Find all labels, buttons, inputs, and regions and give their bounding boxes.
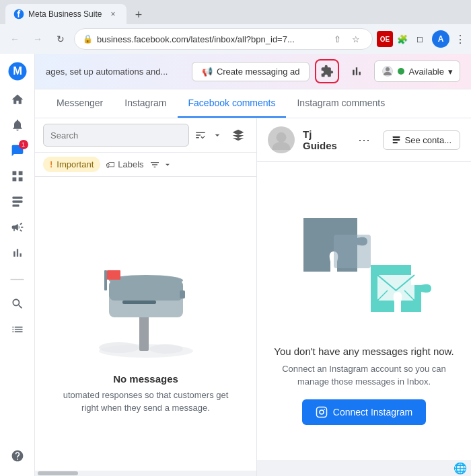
sidebar-item-ads[interactable] [5,215,30,239]
active-tab[interactable]: Meta Business Suite × [5,4,126,24]
meta-logo[interactable]: M [5,59,30,83]
sidebar-item-grid[interactable] [5,164,30,188]
tab-messenger[interactable]: Messenger [46,89,114,118]
extension-icons: OE 🧩 □ [377,31,428,47]
horizontal-scrollbar[interactable] [35,471,256,476]
sidebar-item-notifications[interactable] [5,113,30,137]
svg-rect-13 [122,301,156,304]
connect-instagram-desc: Connect an Instagram account so you can … [270,362,458,389]
tab-facebook-comments[interactable]: Facebook comments [178,89,287,118]
available-label: Available [408,67,444,77]
nav-bar: ← → ↻ 🔒 business.facebook.com/latest/inb… [0,24,471,54]
avatar [268,126,295,153]
bottom-status-bar: 🌐 [257,460,471,476]
see-contact-button[interactable]: See conta... [383,130,460,150]
label-icon: 🏷 [106,159,115,170]
megaphone-icon: 📢 [202,67,213,77]
filter-labels[interactable]: 🏷 Labels [106,159,143,170]
scroll-thumb[interactable] [38,471,78,475]
svg-rect-22 [392,139,400,141]
svg-rect-23 [392,142,397,143]
bookmark-icon[interactable]: ☆ [348,31,364,47]
sidebar-item-home[interactable] [5,87,30,112]
outlook-extension-icon[interactable]: OE [377,31,393,47]
more-options-button[interactable]: ⋯ [353,129,375,151]
create-messaging-ad-button[interactable]: 📢 Create messaging ad [192,62,310,81]
sidebar-item-list[interactable] [5,317,30,342]
browser-chrome: Meta Business Suite × + ← → ↻ 🔒 business… [0,0,471,54]
sort-button[interactable] [194,129,207,141]
empty-desc-line1: utomated responses so that customers get [63,390,229,400]
address-bar[interactable]: 🔒 business.facebook.com/latest/inbox/all… [74,28,373,50]
tab-title: Meta Business Suite [28,9,104,19]
mailbox-illustration [79,233,213,368]
svg-point-28 [324,408,325,409]
top-bar: ages, set up automations and... 📢 Create… [35,54,471,89]
available-chevron-icon: ▾ [448,67,453,77]
app-container: M 1 — [0,54,471,476]
sidebar-item-analytics[interactable] [5,241,30,265]
no-messages-right-title: You don't have any messages right now. [274,346,454,357]
sidebar: M 1 — [0,54,35,476]
right-content: You don't have any messages right now. C… [257,162,471,460]
sidebar-divider: — [5,266,30,290]
svg-rect-5 [12,204,19,206]
share-icon[interactable]: ⇧ [329,31,345,47]
connect-instagram-button[interactable]: Connect Instagram [302,399,426,425]
bar-chart-icon-button[interactable] [345,59,369,83]
content-area: ! Important 🏷 Labels [35,118,471,476]
svg-rect-14 [180,290,185,299]
svg-rect-21 [392,136,400,138]
svg-point-7 [386,67,390,71]
sidebar-item-help[interactable] [5,444,30,468]
svg-point-20 [273,142,291,150]
profile-button[interactable]: A [432,30,449,48]
puzzle-icon-button[interactable] [315,59,339,83]
filter-important[interactable]: ! Important [43,157,100,172]
messages-badge: 1 [19,140,28,149]
main-area: ages, set up automations and... 📢 Create… [35,54,471,476]
search-input[interactable] [43,124,189,147]
puzzle-illustration [277,198,451,332]
svg-point-27 [320,410,324,414]
layers-filter-icon[interactable] [228,125,248,145]
see-contact-label: See conta... [405,135,451,145]
tab-instagram-comments[interactable]: Instagram comments [286,89,396,118]
availability-button[interactable]: Available ▾ [374,61,460,82]
sidebar-item-content[interactable] [5,190,30,214]
available-status-dot [398,68,404,75]
inbox-tab-nav: Messenger Instagram Facebook comments In… [35,89,471,118]
reload-button[interactable]: ↻ [51,30,70,48]
no-messages-desc: utomated responses so that customers get… [63,389,229,415]
sidebar-item-messages[interactable]: 1 [5,138,30,163]
globe-icon: 🌐 [454,462,467,475]
filter-important-label: Important [57,159,94,169]
svg-rect-3 [12,197,22,199]
empty-state: No messages utomated responses so that c… [35,177,256,471]
svg-text:M: M [13,65,22,77]
exclamation-icon: ! [50,159,52,169]
close-tab-button[interactable]: × [108,9,118,19]
back-button[interactable]: ← [5,30,24,48]
svg-rect-25 [334,235,371,268]
filter-settings-button[interactable] [149,159,172,170]
left-panel: ! Important 🏷 Labels [35,118,257,476]
svg-point-17 [99,342,139,353]
top-bar-description: ages, set up automations and... [46,67,168,77]
new-tab-button[interactable]: + [129,5,148,24]
forward-button[interactable]: → [28,30,47,48]
svg-rect-15 [104,270,107,290]
extensions-icon[interactable]: 🧩 [394,31,410,47]
sidebar-item-search[interactable] [5,292,30,316]
svg-point-18 [149,344,183,354]
lock-icon: 🔒 [83,34,93,44]
no-messages-title: No messages [113,373,178,385]
tab-bar: Meta Business Suite × + [0,0,471,24]
sidebar-toggle-icon[interactable]: □ [412,31,428,47]
empty-desc-line2: right when they send a message. [81,403,210,413]
svg-point-19 [277,132,287,143]
tab-instagram[interactable]: Instagram [114,89,177,118]
sort-order-icon[interactable] [212,130,223,141]
browser-menu-icon[interactable]: ⋮ [455,33,466,46]
svg-rect-26 [316,407,326,417]
